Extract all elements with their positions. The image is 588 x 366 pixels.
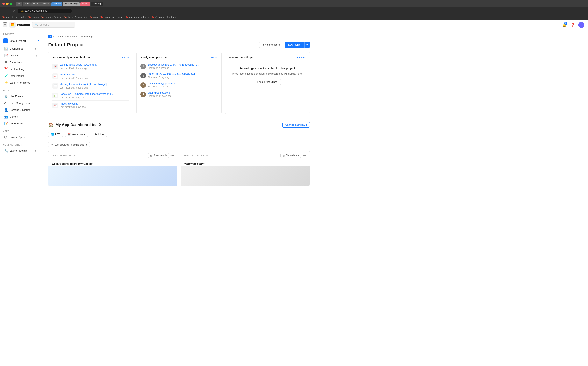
browser-tab-to-read[interactable]: To read xyxy=(51,2,63,6)
recordings-view-all[interactable]: View all xyxy=(297,56,306,59)
bookmark-select-art[interactable]: 🔖 Select · Art Design xyxy=(100,16,123,18)
sidebar-item-feature-flags[interactable]: 🚩 Feature Flags xyxy=(1,66,41,72)
bookmark-label: Select · Art Design xyxy=(104,16,123,18)
bookmark-running-actions[interactable]: 🔖 Running Actions xyxy=(41,16,62,18)
insight-content-2: like magic test Last modified 17 hours a… xyxy=(60,73,129,79)
sidebar-item-web-performance[interactable]: ⚡ Web Performance xyxy=(1,79,41,86)
sidebar-item-launch-toolbar[interactable]: 🔧 Launch Toolbar ▾ xyxy=(1,147,41,154)
bookmark-many-to-many[interactable]: 🔖 Many-to-many rel... xyxy=(2,16,26,18)
dashboard-card-2: TRENDS • YESTERDAY ▤ Show details ••• Pa… xyxy=(181,151,310,186)
person-name-4[interactable]: paul@posthog.com xyxy=(148,91,217,94)
show-details-label-2: Show details xyxy=(286,154,299,157)
person-name-1[interactable]: 1839ce6ae4a5601-03c4...7f0-1839ce6ae4b..… xyxy=(148,63,217,66)
newly-seen-title: Newly seen persons xyxy=(141,56,167,59)
add-insight-icon[interactable]: ＋ xyxy=(35,54,38,57)
show-details-button-2[interactable]: ▤ Show details xyxy=(280,153,301,158)
person-meta-2: First seen 5 days ago xyxy=(148,76,217,79)
person-content-4: paul@posthog.com First seen 11 days ago xyxy=(148,91,217,97)
app-wrapper: ☰ PostHog 🔍 Search... 🔔 0 ❓ P xyxy=(0,20,588,366)
browser-chrome: M WIP Running Actions To read visual tes… xyxy=(0,0,588,7)
date-filter[interactable]: 📅 Yesterday ▾ xyxy=(65,132,88,137)
main-inner: P p › Default Project ▾ › Homepage Defa xyxy=(43,30,315,191)
address-bar[interactable]: 🔒 127.0.0.1:8000/home xyxy=(17,8,72,13)
add-filter-button[interactable]: + Add filter xyxy=(90,132,107,137)
person-name-2[interactable]: 0332ee39-1e74-490b-bab0-c524141d97d9 xyxy=(148,73,217,76)
browser-tab-posthog[interactable]: PostHog xyxy=(91,2,103,6)
browser-tab-wip[interactable]: WIP xyxy=(23,2,31,6)
breadcrumb-p[interactable]: P p xyxy=(48,35,54,38)
recently-viewed-view-all[interactable]: View all xyxy=(121,56,129,59)
bookmark-posthog-cloud[interactable]: 🔖 posthog-cloud-inf... xyxy=(126,16,149,18)
dashboard-card-1-actions: ▤ Show details ••• xyxy=(148,153,174,158)
sidebar: PROJECT P Default Project ▾ 📊 Dashboards… xyxy=(0,30,43,366)
close-window-btn[interactable] xyxy=(2,2,5,5)
insight-content-4: Pageview → export created user conversio… xyxy=(60,92,129,99)
bookmark-redoc[interactable]: 🔖 Redoc xyxy=(28,16,39,18)
last-updated-bar[interactable]: ↻ Last updated a while ago ▾ xyxy=(48,142,90,147)
sidebar-item-recordings[interactable]: ⏺ Recordings xyxy=(1,59,41,65)
browser-tab-gmail[interactable]: M xyxy=(16,2,22,6)
enable-recordings-button[interactable]: Enable recordings xyxy=(254,79,281,85)
sidebar-item-persons-groups[interactable]: 👤 Persons & Groups xyxy=(1,107,41,113)
insight-name-1[interactable]: Weekly active users (WAUs) test xyxy=(60,63,129,67)
search-bar[interactable]: 🔍 Search... xyxy=(32,22,75,28)
hamburger-menu[interactable]: ☰ xyxy=(3,22,7,27)
bookmark-revert[interactable]: 🔖 Revert "chore: co... xyxy=(64,16,87,18)
new-insight-dropdown[interactable]: ▾ xyxy=(304,42,310,48)
chevron-down-icon[interactable]: ▾ xyxy=(35,47,38,50)
new-insight-button[interactable]: New insight xyxy=(285,42,304,48)
browser-tab-offsite[interactable]: offsite xyxy=(80,2,90,6)
sidebar-item-data-management[interactable]: 🗃 Data Management xyxy=(1,100,41,106)
address-bar-row: ‹ › ↻ 🔒 127.0.0.1:8000/home xyxy=(0,7,588,14)
bookmark-icon: 🔖 xyxy=(90,16,93,18)
more-options-button-1[interactable]: ••• xyxy=(170,153,174,158)
change-dashboard-button[interactable]: Change dashboard xyxy=(282,122,310,128)
sidebar-item-live-events[interactable]: 📡 Live Events xyxy=(1,93,41,99)
bookmark-icon: 🔖 xyxy=(151,16,154,18)
last-updated-time: a while ago xyxy=(71,143,84,146)
browser-tab-visual[interactable]: visual testing xyxy=(63,2,79,6)
insight-bar-icon-4: 📊 xyxy=(52,93,58,98)
insight-name-2[interactable]: like magic test xyxy=(60,73,129,76)
sidebar-item-dashboards[interactable]: 📊 Dashboards ▾ xyxy=(1,45,41,52)
insight-name-3[interactable]: My very important insight (do not change… xyxy=(60,83,129,86)
insight-content-3: My very important insight (do not change… xyxy=(60,83,129,89)
sidebar-item-experiments[interactable]: 🧪 Experiments xyxy=(1,72,41,79)
insight-name-4[interactable]: Pageview → export created user conversio… xyxy=(60,92,129,96)
nav-buttons[interactable]: ‹ › ↻ xyxy=(2,9,16,13)
notifications-button[interactable]: 🔔 0 xyxy=(561,21,568,28)
show-details-button-1[interactable]: ▤ Show details xyxy=(148,153,169,158)
person-name-3[interactable]: paul.dambra@gmail.com xyxy=(148,82,217,85)
insight-meta-4: Last modified a day ago xyxy=(60,96,129,99)
insight-meta-1: Last modified 14 hours ago xyxy=(60,67,129,70)
add-filter-label: + Add filter xyxy=(92,133,104,136)
new-insight-button-group: New insight ▾ xyxy=(285,42,310,48)
maximize-window-btn[interactable] xyxy=(10,2,12,5)
user-menu-button[interactable]: P xyxy=(578,21,585,28)
bookmark-step[interactable]: 🔖 step xyxy=(90,16,98,18)
sidebar-item-browse-apps[interactable]: ⬡ Browse Apps xyxy=(1,134,41,140)
back-button[interactable]: ‹ xyxy=(2,9,5,13)
sidebar-item-cohorts[interactable]: 👥 Cohorts xyxy=(1,113,41,120)
bookmark-icon: 🔖 xyxy=(28,16,31,18)
invite-members-button[interactable]: Invite members xyxy=(259,42,283,48)
browser-tab-actions[interactable]: Running Actions xyxy=(31,2,51,6)
refresh-button[interactable]: ↻ xyxy=(11,9,16,13)
newly-seen-view-all[interactable]: View all xyxy=(209,56,218,59)
sidebar-label-browse-apps: Browse Apps xyxy=(10,136,38,138)
more-options-button-2[interactable]: ••• xyxy=(303,153,306,158)
bookmark-unnamed[interactable]: 🔖 Unnamed • Featur... xyxy=(151,16,176,18)
sidebar-item-insights[interactable]: 📈 Insights ＋ xyxy=(1,52,41,59)
sidebar-item-annotations[interactable]: 📝 Annotations xyxy=(1,120,41,127)
utc-filter[interactable]: 🌐 UTC xyxy=(48,131,63,137)
help-button[interactable]: ❓ xyxy=(569,21,576,28)
window-controls[interactable] xyxy=(2,2,12,5)
project-selector[interactable]: P Default Project ▾ xyxy=(0,37,43,45)
forward-button[interactable]: › xyxy=(6,9,10,13)
person-avatar-4: P xyxy=(141,92,146,97)
person-item-1: 1 1839ce6ae4a5601-03c4...7f0-1839ce6ae4b… xyxy=(141,62,217,71)
insight-name-5[interactable]: Pageview count xyxy=(60,102,129,106)
breadcrumb-default-project[interactable]: Default Project ▾ xyxy=(58,35,77,38)
minimize-window-btn[interactable] xyxy=(6,2,8,5)
person-item-2: 0 0332ee39-1e74-490b-bab0-c524141d97d9 F… xyxy=(141,71,217,80)
